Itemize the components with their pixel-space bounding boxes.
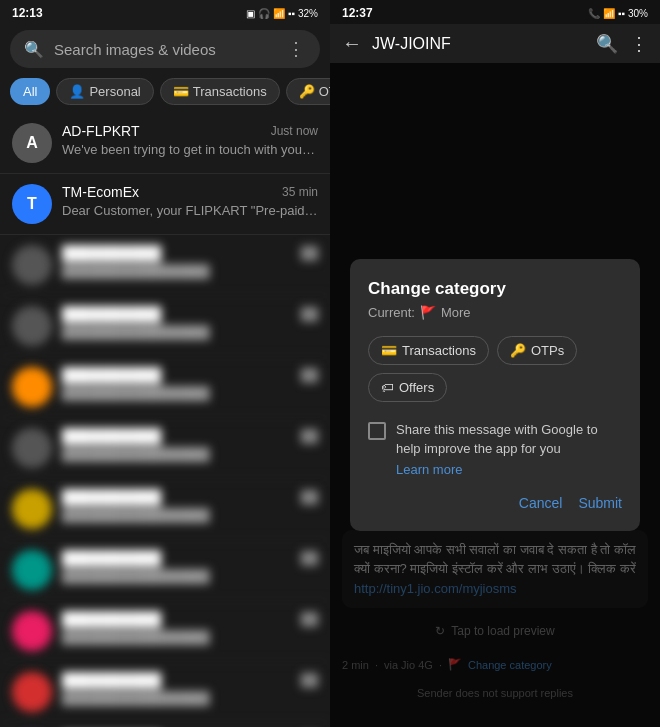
chat-header: ← JW-JIOINF 🔍 ⋮ (330, 24, 660, 63)
share-text-container: Share this message with Google to help i… (396, 420, 622, 477)
message-preview: We've been trying to get in touch with y… (62, 142, 318, 157)
right-panel: 12:37 📞 📶 ▪▪ 30% ← JW-JIOINF 🔍 ⋮ Change … (330, 0, 660, 727)
sender-name: AD-FLPKRT (62, 123, 140, 139)
learn-more-link[interactable]: Learn more (396, 462, 622, 477)
message-preview: ████████████████ (62, 630, 318, 645)
status-time-left: 12:13 (12, 6, 43, 20)
search-icon: 🔍 (24, 40, 44, 59)
message-content: ██████████ ██ ████████████████ (62, 428, 318, 462)
otps-icon: 🔑 (510, 343, 526, 358)
list-item[interactable]: T TM-EcomEx 35 min Dear Customer, your F… (0, 174, 330, 235)
list-item[interactable]: ██████████ ██ ████████████████ (0, 662, 330, 723)
share-text: Share this message with Google to help i… (396, 422, 598, 456)
avatar (12, 428, 52, 468)
message-time: ██ (301, 490, 318, 504)
list-item[interactable]: A AD-FLPKRT Just now We've been trying t… (0, 113, 330, 174)
list-item[interactable]: ██████████ ██ ████████████████ (0, 418, 330, 479)
category-transactions-button[interactable]: 💳 Transactions (368, 336, 489, 365)
list-item[interactable]: ██████████ ██ ████████████████ (0, 296, 330, 357)
dialog-overlay: Change category Current: 🚩 More 💳 Transa… (330, 63, 660, 727)
list-item[interactable]: ██████████ ██ ████████████████ (0, 723, 330, 727)
tab-all[interactable]: All (10, 78, 50, 105)
flag-icon: 🚩 (420, 305, 436, 320)
message-preview: ████████████████ (62, 325, 318, 340)
avatar (12, 611, 52, 651)
message-preview: ████████████████ (62, 447, 318, 462)
sender-name: ██████████ (62, 489, 161, 505)
share-checkbox[interactable] (368, 422, 386, 440)
status-icons-left: ▣ 🎧 📶 ▪▪ 32% (246, 8, 318, 19)
avatar: A (12, 123, 52, 163)
more-button[interactable]: ⋮ (630, 33, 648, 55)
message-time: ██ (301, 673, 318, 687)
sender-name: ██████████ (62, 245, 161, 261)
message-content: ██████████ ██ ████████████████ (62, 245, 318, 279)
sender-name: ██████████ (62, 428, 161, 444)
list-item[interactable]: ██████████ ██ ████████████████ (0, 601, 330, 662)
tab-personal[interactable]: 👤 Personal (56, 78, 153, 105)
avatar (12, 245, 52, 285)
category-offers-button[interactable]: 🏷 Offers (368, 373, 447, 402)
message-list: A AD-FLPKRT Just now We've been trying t… (0, 113, 330, 727)
message-preview: ████████████████ (62, 691, 318, 706)
message-time: ██ (301, 368, 318, 382)
message-time: ██ (301, 612, 318, 626)
sender-name: ██████████ (62, 550, 161, 566)
more-icon[interactable]: ⋮ (287, 38, 306, 60)
otps-icon: 🔑 (299, 84, 315, 99)
message-preview: ████████████████ (62, 386, 318, 401)
message-content: AD-FLPKRT Just now We've been trying to … (62, 123, 318, 157)
search-input[interactable]: Search images & videos (54, 41, 277, 58)
chat-body: Change category Current: 🚩 More 💳 Transa… (330, 63, 660, 727)
message-preview: Dear Customer, your FLIPKART "Pre-paid" … (62, 203, 318, 218)
transactions-icon: 💳 (173, 84, 189, 99)
status-time-right: 12:37 (342, 6, 373, 20)
message-preview: ████████████████ (62, 569, 318, 584)
list-item[interactable]: ██████████ ██ ████████████████ (0, 540, 330, 601)
back-button[interactable]: ← (342, 32, 362, 55)
sender-name: ██████████ (62, 672, 161, 688)
current-value: More (441, 305, 471, 320)
personal-icon: 👤 (69, 84, 85, 99)
message-preview: ████████████████ (62, 508, 318, 523)
message-content: ██████████ ██ ████████████████ (62, 489, 318, 523)
status-bar-left: 12:13 ▣ 🎧 📶 ▪▪ 32% (0, 0, 330, 24)
message-time: ██ (301, 429, 318, 443)
avatar (12, 672, 52, 712)
list-item[interactable]: ██████████ ██ ████████████████ (0, 357, 330, 418)
search-bar[interactable]: 🔍 Search images & videos ⋮ (10, 30, 320, 68)
message-content: ██████████ ██ ████████████████ (62, 306, 318, 340)
list-item[interactable]: ██████████ ██ ████████████████ (0, 235, 330, 296)
cancel-button[interactable]: Cancel (519, 491, 563, 515)
offers-icon: 🏷 (381, 380, 394, 395)
transactions-icon: 💳 (381, 343, 397, 358)
left-panel: 12:13 ▣ 🎧 📶 ▪▪ 32% 🔍 Search images & vid… (0, 0, 330, 727)
avatar (12, 550, 52, 590)
sender-name: TM-EcomEx (62, 184, 139, 200)
chat-title: JW-JIOINF (372, 35, 586, 53)
category-buttons: 💳 Transactions 🔑 OTPs 🏷 Offers (368, 336, 622, 402)
message-content: TM-EcomEx 35 min Dear Customer, your FLI… (62, 184, 318, 218)
message-time: 35 min (282, 185, 318, 199)
avatar (12, 306, 52, 346)
tab-otps[interactable]: 🔑 OTPs (286, 78, 330, 105)
message-time: ██ (301, 246, 318, 260)
message-content: ██████████ ██ ████████████████ (62, 550, 318, 584)
chat-actions: 🔍 ⋮ (596, 33, 648, 55)
current-label: Current: (368, 305, 415, 320)
status-icons-right: 📞 📶 ▪▪ 30% (588, 8, 648, 19)
list-item[interactable]: ██████████ ██ ████████████████ (0, 479, 330, 540)
message-preview: ████████████████ (62, 264, 318, 279)
tab-transactions[interactable]: 💳 Transactions (160, 78, 280, 105)
message-time: ██ (301, 551, 318, 565)
filter-tabs: All 👤 Personal 💳 Transactions 🔑 OTPs 🏷 O… (0, 74, 330, 113)
message-content: ██████████ ██ ████████████████ (62, 611, 318, 645)
status-bar-right: 12:37 📞 📶 ▪▪ 30% (330, 0, 660, 24)
message-time: Just now (271, 124, 318, 138)
search-button[interactable]: 🔍 (596, 33, 618, 55)
sender-name: ██████████ (62, 306, 161, 322)
submit-button[interactable]: Submit (578, 491, 622, 515)
avatar: T (12, 184, 52, 224)
category-otps-button[interactable]: 🔑 OTPs (497, 336, 577, 365)
change-category-dialog: Change category Current: 🚩 More 💳 Transa… (350, 259, 640, 531)
